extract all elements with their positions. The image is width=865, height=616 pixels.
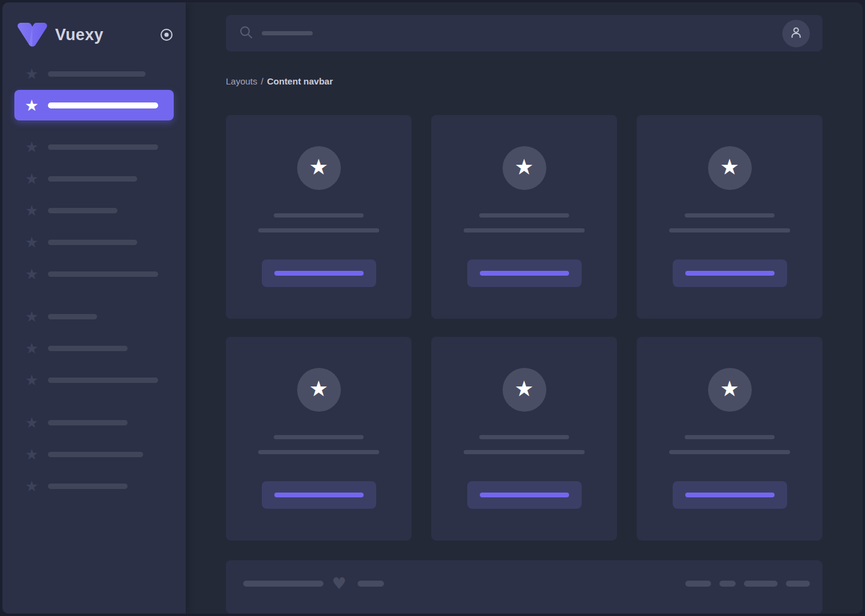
button-label-bar (480, 493, 569, 497)
card-button[interactable] (673, 259, 787, 287)
sidebar-item[interactable]: ★ (2, 364, 186, 396)
star-icon: ★ (23, 341, 41, 356)
footer-skeleton-bar (719, 581, 736, 587)
skeleton-text-bar (479, 435, 569, 439)
breadcrumb-separator: / (261, 76, 264, 86)
star-icon: ★ (23, 235, 41, 250)
search-input[interactable] (239, 25, 782, 42)
search-icon (239, 25, 253, 42)
footer-skeleton-bar (685, 581, 711, 587)
star-icon: ★ (720, 378, 739, 400)
sidebar: Vuexy ★★★★★★★★★★★★★ (2, 2, 186, 614)
user-avatar[interactable] (782, 20, 810, 47)
star-icon: ★ (23, 415, 41, 430)
footer-skeleton-bar (358, 581, 384, 587)
card: ★ (431, 337, 617, 540)
footer-skeleton-bar (744, 581, 778, 587)
sidebar-item[interactable]: ★ (2, 195, 186, 227)
button-label-bar (274, 493, 364, 497)
main-content: Layouts / Content navbar ★★★★★★ ♥ (186, 2, 863, 614)
card-button[interactable] (673, 481, 787, 509)
card-avatar: ★ (708, 368, 752, 412)
skeleton-bar (48, 484, 128, 489)
skeleton-bar (48, 144, 158, 150)
brand: Vuexy (2, 2, 186, 49)
breadcrumb-current: Content navbar (267, 76, 333, 86)
skeleton-text-bar (464, 450, 585, 454)
sidebar-item[interactable]: ★ (2, 163, 186, 195)
heart-icon: ♥ (332, 576, 346, 591)
footer-row: ♥ (243, 576, 810, 591)
radio-circle-icon[interactable] (159, 28, 174, 42)
card: ★ (637, 115, 822, 319)
star-icon: ★ (23, 447, 41, 462)
breadcrumb: Layouts / Content navbar (226, 76, 822, 86)
skeleton-text-bar (258, 450, 379, 454)
card: ★ (431, 115, 617, 319)
brand-name: Vuexy (55, 26, 104, 44)
skeleton-text-bar (464, 228, 585, 232)
card: ★ (226, 337, 412, 540)
footer-skeleton-bar (786, 581, 810, 587)
skeleton-text-bar (669, 450, 790, 454)
star-icon: ★ (23, 98, 41, 113)
breadcrumb-parent[interactable]: Layouts (226, 76, 258, 86)
card-button[interactable] (262, 481, 376, 509)
star-icon: ★ (23, 171, 41, 186)
person-icon (788, 25, 804, 43)
skeleton-bar (48, 271, 158, 277)
skeleton-bar (48, 420, 128, 425)
sidebar-item[interactable]: ★ (2, 333, 186, 364)
star-icon: ★ (23, 140, 41, 155)
card-button[interactable] (262, 259, 376, 287)
star-icon: ★ (23, 373, 41, 388)
sidebar-item[interactable]: ★ (2, 61, 186, 86)
top-navbar (226, 15, 822, 52)
skeleton-bar (48, 346, 128, 351)
star-icon: ★ (23, 67, 41, 81)
sidebar-item[interactable]: ★ (2, 131, 186, 163)
skeleton-bar (48, 378, 158, 383)
skeleton-text-bar (479, 213, 569, 218)
skeleton-bar (48, 314, 97, 319)
card-avatar: ★ (297, 368, 341, 412)
sidebar-item[interactable]: ★ (2, 470, 186, 502)
sidebar-item[interactable]: ★ (2, 227, 186, 258)
star-icon: ★ (23, 479, 41, 494)
card-avatar: ★ (708, 146, 752, 190)
button-label-bar (685, 493, 775, 497)
app-frame: Vuexy ★★★★★★★★★★★★★ (0, 0, 865, 616)
card-button[interactable] (467, 481, 582, 509)
skeleton-bar (48, 452, 143, 457)
star-icon: ★ (309, 156, 328, 178)
footer-skeleton-bar (243, 581, 323, 587)
sidebar-item-active[interactable]: ★ (14, 90, 174, 120)
footer-links (685, 581, 810, 587)
star-icon: ★ (23, 309, 41, 324)
skeleton-text-bar (669, 228, 790, 232)
skeleton-text-bar (274, 213, 364, 218)
star-icon: ★ (309, 378, 328, 400)
sidebar-item[interactable]: ★ (2, 258, 186, 290)
card-avatar: ★ (503, 146, 546, 190)
sidebar-item[interactable]: ★ (2, 301, 186, 333)
skeleton-text-bar (274, 435, 364, 439)
skeleton-text-bar (685, 435, 775, 439)
star-icon: ★ (23, 267, 41, 282)
skeleton-bar (48, 176, 137, 182)
button-label-bar (274, 271, 364, 276)
card-button[interactable] (467, 259, 582, 287)
card-avatar: ★ (297, 146, 341, 190)
star-icon: ★ (23, 203, 41, 218)
sidebar-item[interactable]: ★ (2, 407, 186, 439)
star-icon: ★ (515, 156, 534, 178)
skeleton-text-bar (258, 228, 379, 232)
skeleton-bar (48, 208, 117, 213)
sidebar-item[interactable]: ★ (2, 439, 186, 470)
card: ★ (637, 337, 822, 540)
cards-grid: ★★★★★★ (226, 115, 822, 540)
search-placeholder-bar (262, 31, 313, 35)
skeleton-bar (48, 71, 146, 77)
skeleton-bar (48, 240, 137, 245)
skeleton-bar (48, 102, 158, 108)
